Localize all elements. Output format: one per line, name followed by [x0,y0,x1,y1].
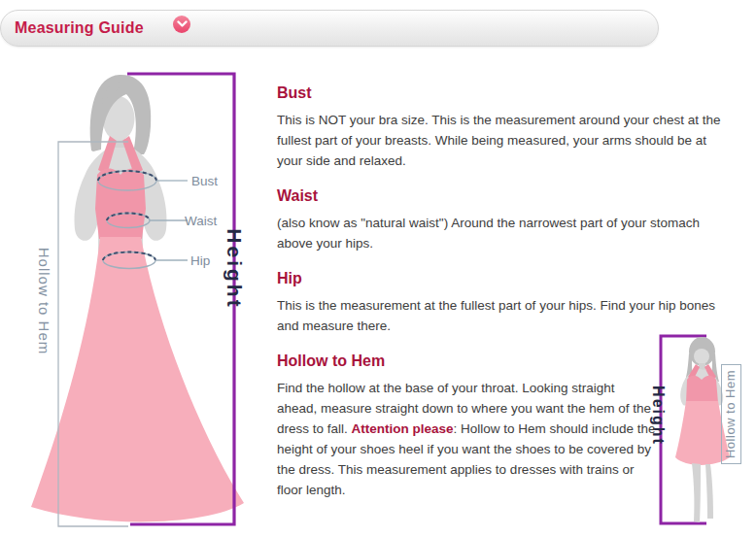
page-title: Measuring Guide [15,19,144,37]
height-bracket [127,74,234,524]
waist-measure-ellipse [107,214,150,228]
hollow-to-hem-description: Find the hollow at the base of your thro… [277,378,656,500]
section-waist: Waist (also know as "natural waist") Aro… [277,186,726,253]
dress-strap-left [98,136,117,175]
hip-description: This is the measurement at the fullest p… [277,295,726,336]
figure-arms [74,148,166,272]
section-bust: Bust This is NOT your bra size. This is … [277,84,726,171]
attention-label: Attention please [352,421,454,436]
waist-heading: Waist [277,186,726,205]
hip-heading: Hip [277,269,726,287]
section-hip: Hip This is the measurement at the fulle… [277,269,726,336]
bust-description: This is NOT your bra size. This is the m… [277,110,726,171]
hip-diagram-label: Hip [190,253,210,268]
measuring-guide-header-bar[interactable]: Measuring Guide [0,10,659,47]
main-figure-illustration [31,74,244,526]
dress-bodice [95,169,146,239]
hip-measure-ellipse [103,252,155,269]
figure-face [103,96,135,141]
hollow-to-hem-bracket [58,142,128,526]
measurement-instructions: Bust This is NOT your bra size. This is … [277,84,726,516]
waist-description: (also know as "natural waist") Around th… [277,213,726,253]
figure-hair-bang [102,82,124,104]
hollow-to-hem-heading: Hollow to Hem [277,352,726,370]
dress-skirt [31,237,244,521]
figure-hair [90,75,152,154]
bust-heading: Bust [277,84,726,102]
chevron-down-icon [177,20,188,28]
figure-neck [113,128,125,155]
dress-strap-right [122,136,143,175]
hollow-to-hem-vertical-label: Hollow to Hem [35,243,52,359]
section-hollow-to-hem: Hollow to Hem Find the hollow at the bas… [277,352,726,500]
measuring-guide-page: Measuring Guide [0,0,756,537]
waist-diagram-label: Waist [185,214,217,228]
bust-diagram-label: Bust [191,174,218,188]
collapse-toggle-button[interactable] [173,16,190,33]
height-vertical-label: Height [221,211,246,327]
bust-measure-ellipse [98,171,156,190]
